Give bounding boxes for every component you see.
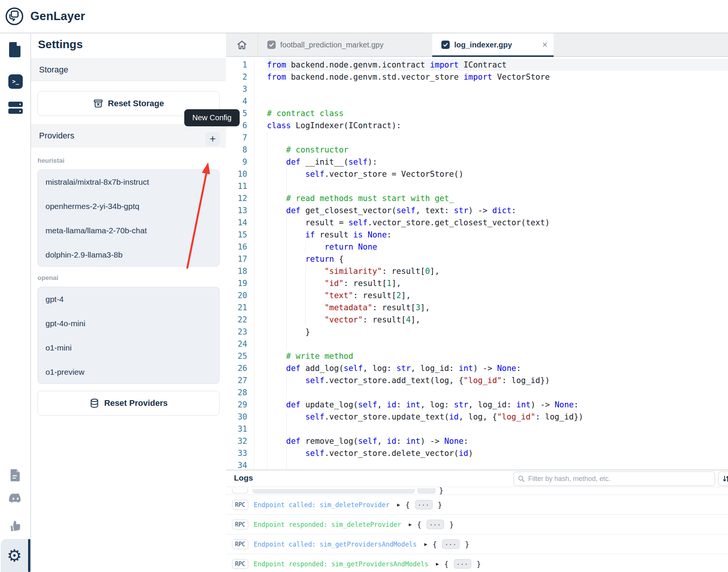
tab-log-indexer[interactable]: log_indexer.gpy × (432, 33, 554, 56)
code-text: from backend.node.genvm.std.vector_store… (267, 71, 728, 83)
code-token: "log_id" (463, 376, 502, 385)
code-line: 14result = self.vector_store.get_closest… (226, 217, 728, 229)
indent-guide (267, 192, 286, 204)
code-token: .vector_store.delete_vector( (325, 449, 459, 458)
thumbs-up-icon[interactable] (9, 520, 22, 534)
code-token: def (286, 437, 301, 446)
code-token: 0 (425, 267, 430, 276)
provider-model-item[interactable]: openhermes-2-yi-34b-gptq (38, 194, 219, 218)
log-row[interactable]: RPCEndpoint responded: sim_getProvidersA… (226, 554, 728, 572)
drives-icon[interactable] (8, 101, 23, 116)
reset-providers-button[interactable]: Reset Providers (38, 391, 220, 416)
provider-model-item[interactable]: gpt-4o-mini (38, 311, 219, 336)
docs-file-icon[interactable] (10, 468, 21, 484)
discord-icon[interactable] (8, 493, 23, 506)
code-text: # read methods must start with get_ (267, 192, 728, 204)
indent-guide (267, 423, 286, 435)
expand-caret-icon[interactable]: ▶ (436, 561, 439, 567)
line-number: 2 (226, 71, 254, 83)
code-token: self (305, 449, 325, 458)
indent-guide (267, 411, 286, 423)
code-token: if (305, 230, 315, 239)
settings-nav-active[interactable]: ⚙ (1, 539, 30, 572)
code-token: , (377, 400, 387, 409)
clipped-log-content (253, 489, 415, 493)
expand-caret-icon[interactable]: ▶ (424, 541, 427, 547)
provider-model-item[interactable]: mistralai/mixtral-8x7b-instruct (38, 170, 219, 194)
code-text: def update_log(self, id: int, log: str, … (267, 399, 728, 411)
logs-filter-input[interactable] (528, 473, 715, 484)
expand-caret-icon[interactable]: ▶ (397, 502, 400, 508)
code-text (267, 459, 728, 470)
code-line: 23} (226, 326, 728, 338)
indent-guide (286, 265, 306, 277)
code-token: self (358, 400, 377, 409)
code-line: 17return { (226, 253, 728, 265)
code-token: 3 (416, 303, 420, 312)
line-number: 13 (226, 204, 254, 217)
code-text: # write method (267, 350, 728, 362)
provider-group-box: gpt-4gpt-4o-minio1-minio1-preview (38, 287, 220, 384)
code-token: , log: (363, 364, 397, 373)
icon-sidebar: >_ (0, 33, 31, 572)
line-number: 15 (226, 229, 254, 241)
database-reset-icon (89, 398, 99, 408)
indent-guide (286, 314, 306, 326)
code-token: , log_id: (468, 400, 516, 409)
line-number: 19 (226, 277, 254, 289)
sort-button[interactable] (718, 471, 728, 486)
code-token: self (344, 364, 363, 373)
code-token: : result[ (382, 267, 425, 276)
ellipsis-chip[interactable]: ... (415, 500, 433, 509)
contracts-file-icon[interactable] (9, 42, 22, 59)
close-icon[interactable]: × (542, 39, 548, 50)
provider-model-item[interactable]: o1-mini (38, 336, 219, 360)
archive-x-icon (93, 99, 103, 108)
home-tab[interactable] (226, 33, 258, 56)
log-row[interactable]: RPCEndpoint called: sim_getProvidersAndM… (226, 534, 728, 554)
indent-guide (286, 423, 306, 435)
ellipsis-chip[interactable]: ... (427, 520, 444, 529)
indent-guide (286, 459, 306, 470)
indent-guide (305, 265, 325, 277)
provider-model-item[interactable]: meta-llama/llama-2-70b-chat (38, 218, 219, 243)
code-token: IContract (459, 60, 507, 69)
provider-model-item[interactable]: dolphin-2.9-llama3-8b (38, 243, 219, 267)
provider-model-item[interactable]: gpt-4 (38, 287, 219, 311)
app-root: GenLayer >_ (0, 0, 728, 572)
code-line: 4 (226, 95, 728, 107)
line-number: 30 (226, 411, 254, 423)
logs-filter[interactable] (513, 471, 715, 486)
code-token: self (305, 376, 325, 385)
indent-guide (267, 241, 286, 253)
code-token: update_log( (301, 400, 358, 409)
code-line: 30self.vector_store.update_text(id, log,… (226, 411, 728, 423)
code-token: : log_id}) (535, 412, 583, 421)
gear-icon[interactable]: ⚙ (1, 539, 28, 572)
tab-label: football_prediction_market.gpy (280, 41, 383, 49)
code-line: 5# contract class (226, 107, 728, 119)
code-token (353, 242, 358, 251)
code-line: 3 (226, 83, 728, 95)
brand-title: GenLayer (30, 9, 85, 23)
code-token: def (286, 206, 301, 215)
ellipsis-chip[interactable]: ... (454, 559, 471, 569)
code-token: self (396, 206, 416, 215)
code-token: : result[ (353, 291, 397, 300)
tab-football-prediction-market[interactable]: football_prediction_market.gpy (258, 33, 432, 56)
provider-model-item[interactable]: o1-preview (38, 360, 219, 384)
indent-guide (267, 302, 286, 314)
log-row[interactable]: RPCEndpoint responded: sim_deleteProvide… (226, 514, 728, 534)
code-token: .vector_store = VectorStore() (325, 170, 464, 179)
indent-guide (305, 241, 325, 253)
indent-guide (267, 168, 286, 180)
code-token: "text" (325, 291, 353, 300)
log-row[interactable]: RPCEndpoint called: sim_deleteProvider▶{… (226, 495, 728, 514)
add-provider-button[interactable]: + (206, 132, 220, 146)
ellipsis-chip[interactable]: ... (442, 539, 460, 549)
search-icon (518, 475, 525, 482)
log-message: Endpoint responded: sim_deleteProvider (254, 521, 401, 528)
expand-caret-icon[interactable]: ▶ (409, 522, 412, 527)
log-type-badge: RPC (232, 500, 248, 510)
terminal-icon[interactable]: >_ (8, 74, 23, 89)
